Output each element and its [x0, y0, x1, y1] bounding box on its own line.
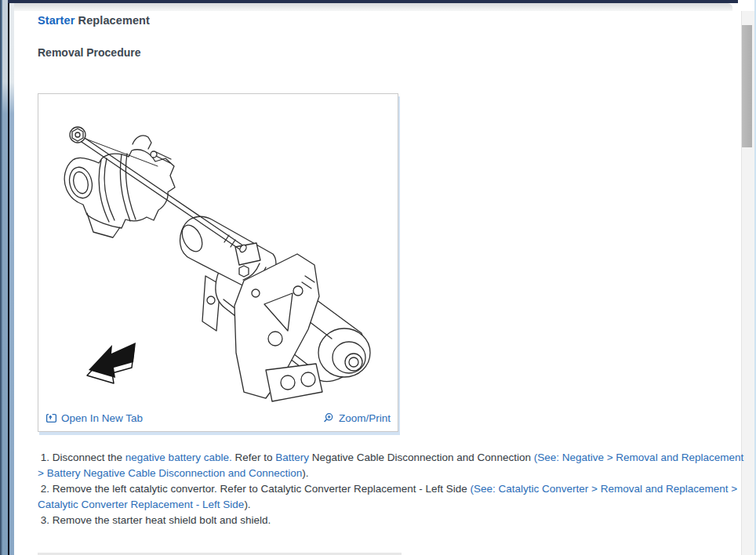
step-text: 2. Remove the left catalytic convertor. … — [38, 483, 471, 495]
window-frame-strip — [2, 0, 8, 555]
figure-box: Open In New Tab Zoom/Print — [38, 93, 398, 432]
direction-arrow — [87, 343, 136, 383]
open-in-new-tab-label: Open In New Tab — [61, 412, 143, 424]
step-text: 3. Remove the starter heat shield bolt a… — [38, 514, 271, 526]
page-title-primary: Starter — [38, 14, 75, 27]
open-in-new-tab-link[interactable]: Open In New Tab — [45, 412, 143, 424]
zoom-magnifier-plus-icon — [323, 412, 335, 424]
page-title-secondary: Replacement — [78, 14, 150, 27]
starter-exploded-diagram — [38, 94, 398, 406]
page-title: Starter Replacement — [38, 14, 740, 27]
open-in-new-tab-icon — [45, 412, 57, 424]
procedure-steps: 1. Disconnect the negative battery cable… — [38, 450, 745, 528]
zoom-print-link[interactable]: Zoom/Print — [323, 412, 391, 424]
figure-footer: Open In New Tab Zoom/Print — [38, 406, 398, 430]
procedure-reference-link[interactable]: Battery — [275, 452, 309, 463]
app-window: Starter Replacement Removal Procedure — [0, 0, 756, 555]
starter-motor-drawing — [178, 216, 370, 401]
heat-shield-bracket-drawing — [64, 136, 175, 238]
top-gradient-band — [14, 3, 732, 11]
step-text: ). — [244, 499, 250, 510]
procedure-step: 1. Disconnect the negative battery cable… — [38, 450, 745, 481]
article-content: Starter Replacement Removal Procedure — [14, 11, 740, 555]
procedure-step: 2. Remove the left catalytic convertor. … — [38, 481, 745, 513]
step-text: Refer to — [232, 452, 276, 463]
zoom-print-label: Zoom/Print — [339, 412, 391, 424]
step-text: Negative Cable Disconnection and Connect… — [309, 452, 534, 463]
step-text: 1. Disconnect the — [38, 452, 125, 463]
procedure-step: 3. Remove the starter heat shield bolt a… — [38, 513, 745, 528]
procedure-reference-link[interactable]: negative battery cable. — [125, 452, 232, 463]
section-heading: Removal Procedure — [38, 46, 740, 59]
vertical-scrollbar-thumb[interactable] — [742, 25, 752, 147]
step-text: ). — [302, 467, 308, 479]
